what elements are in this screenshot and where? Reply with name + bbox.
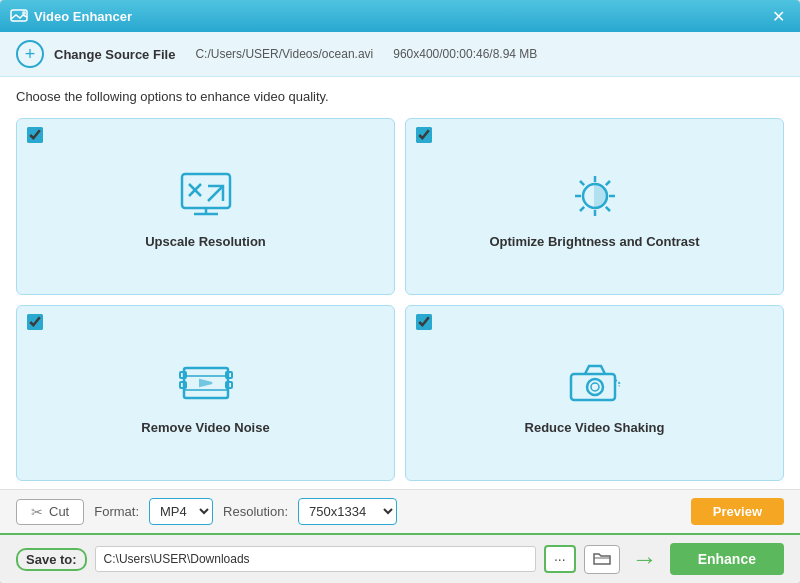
brightness-checkbox[interactable] bbox=[416, 127, 432, 143]
arrow-icon: → bbox=[632, 544, 658, 575]
content-description: Choose the following options to enhance … bbox=[16, 89, 784, 104]
app-icon bbox=[10, 7, 28, 25]
add-source-button[interactable]: + bbox=[16, 40, 44, 68]
options-grid: Upscale Resolution bbox=[16, 118, 784, 481]
upscale-checkbox-wrap bbox=[27, 127, 43, 147]
svg-point-26 bbox=[587, 379, 603, 395]
brightness-icon bbox=[563, 168, 627, 224]
upscale-checkbox[interactable] bbox=[27, 127, 43, 143]
save-path-input[interactable] bbox=[95, 546, 536, 572]
svg-line-13 bbox=[580, 181, 584, 185]
resolution-label: Resolution: bbox=[223, 504, 288, 519]
shaking-label: Reduce Video Shaking bbox=[525, 420, 665, 435]
folder-icon bbox=[593, 550, 611, 566]
save-to-label: Save to: bbox=[16, 548, 87, 571]
option-shaking[interactable]: Reduce Video Shaking bbox=[405, 305, 784, 482]
noise-checkbox[interactable] bbox=[27, 314, 43, 330]
svg-line-16 bbox=[580, 207, 584, 211]
svg-line-15 bbox=[605, 181, 609, 185]
main-window: Video Enhancer ✕ + Change Source File C:… bbox=[0, 0, 800, 583]
format-select[interactable]: MP4 AVI MOV MKV bbox=[149, 498, 213, 525]
close-button[interactable]: ✕ bbox=[766, 4, 790, 28]
preview-button[interactable]: Preview bbox=[691, 498, 784, 525]
monitor-icon bbox=[174, 168, 238, 224]
svg-point-1 bbox=[22, 11, 26, 15]
svg-rect-25 bbox=[571, 374, 615, 400]
noise-checkbox-wrap bbox=[27, 314, 43, 334]
app-title: Video Enhancer bbox=[34, 9, 766, 24]
svg-line-7 bbox=[208, 186, 223, 201]
option-upscale[interactable]: Upscale Resolution bbox=[16, 118, 395, 295]
change-source-label[interactable]: Change Source File bbox=[54, 47, 175, 62]
upscale-label: Upscale Resolution bbox=[145, 234, 266, 249]
source-file-path: C:/Users/USER/Videos/ocean.avi bbox=[195, 47, 373, 61]
brightness-label: Optimize Brightness and Contrast bbox=[489, 234, 699, 249]
resolution-select[interactable]: 750x1334 1280x720 1920x1080 960x400 bbox=[298, 498, 397, 525]
save-bar: Save to: ··· → Enhance bbox=[0, 533, 800, 583]
option-noise[interactable]: Remove Video Noise bbox=[16, 305, 395, 482]
svg-point-27 bbox=[591, 383, 599, 391]
source-bar: + Change Source File C:/Users/USER/Video… bbox=[0, 32, 800, 77]
cut-button[interactable]: ✂ Cut bbox=[16, 499, 84, 525]
title-bar: Video Enhancer ✕ bbox=[0, 0, 800, 32]
toolbar-bar: ✂ Cut Format: MP4 AVI MOV MKV Resolution… bbox=[0, 489, 800, 533]
brightness-checkbox-wrap bbox=[416, 127, 432, 147]
content-area: Choose the following options to enhance … bbox=[0, 77, 800, 489]
option-brightness[interactable]: Optimize Brightness and Contrast bbox=[405, 118, 784, 295]
shaking-checkbox-wrap bbox=[416, 314, 432, 334]
scissors-icon: ✂ bbox=[31, 504, 43, 520]
source-file-meta: 960x400/00:00:46/8.94 MB bbox=[393, 47, 537, 61]
camera-icon bbox=[563, 354, 627, 410]
shaking-checkbox[interactable] bbox=[416, 314, 432, 330]
format-label: Format: bbox=[94, 504, 139, 519]
filmstrip-icon bbox=[174, 354, 238, 410]
open-folder-button[interactable] bbox=[584, 545, 620, 574]
enhance-button[interactable]: Enhance bbox=[670, 543, 784, 575]
svg-marker-24 bbox=[200, 380, 212, 386]
noise-label: Remove Video Noise bbox=[141, 420, 269, 435]
browse-button[interactable]: ··· bbox=[544, 545, 576, 573]
svg-line-14 bbox=[605, 207, 609, 211]
cut-label: Cut bbox=[49, 504, 69, 519]
